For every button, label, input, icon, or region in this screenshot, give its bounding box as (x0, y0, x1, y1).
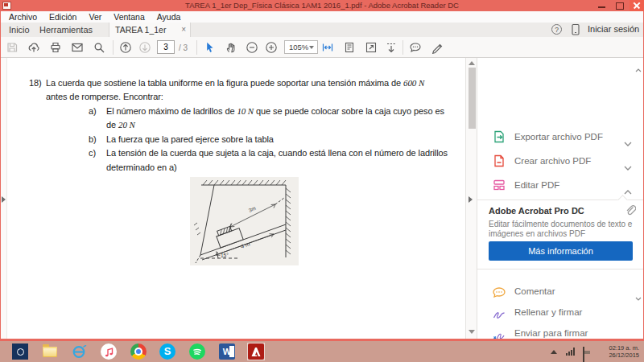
item-a-line-2: de 20 N (106, 120, 135, 130)
menu-ayuda[interactable]: Ayuda (157, 12, 181, 22)
scroll-up-icon[interactable] (469, 61, 475, 65)
zoom-out-icon[interactable] (246, 41, 258, 54)
upload-cloud-icon[interactable] (27, 41, 40, 54)
tab-bar: Inicio Herramientas TAREA 1_1er Dep_F...… (1, 23, 643, 37)
tab-close-icon[interactable]: × (181, 23, 186, 37)
sidebar-item-create-pdf[interactable]: Crear archivo PDF (477, 151, 644, 172)
sidebar-item-comment[interactable]: Comentar (477, 283, 644, 304)
zoom-level-dropdown[interactable]: 105% (284, 40, 318, 54)
page-up-icon[interactable] (119, 41, 132, 54)
taskbar: S W 02:19 a. m. 26/12/2015 (0, 341, 644, 362)
item-c-text: determinado en a) (106, 162, 177, 172)
sign-in-link[interactable]: Iniciar sesión (588, 24, 639, 34)
nav-pane-toggle[interactable] (2, 196, 6, 203)
network-icon[interactable] (566, 348, 575, 356)
search-icon[interactable] (93, 41, 105, 54)
tools-sidebar: Exportar archivo PDF Crear archivo PDF E… (477, 58, 643, 339)
save-icon[interactable] (6, 41, 19, 54)
taskbar-spotify[interactable] (188, 343, 206, 360)
restore-button[interactable] (612, 0, 628, 11)
angle-label: 15° (221, 253, 229, 258)
page-down-icon[interactable] (138, 41, 151, 54)
sidebar-scroll-down-icon[interactable] (635, 290, 642, 304)
taskbar-chrome[interactable] (130, 343, 147, 360)
print-icon[interactable] (49, 41, 62, 54)
document-scrollbar[interactable] (465, 58, 477, 339)
sidebar-item-fill-sign[interactable]: Rellenar y firmar (477, 304, 644, 325)
taskbar-skype[interactable]: S (159, 343, 176, 360)
figure-physics-diagram: 3m 4 m 15° (190, 177, 299, 265)
taskbar-internet-explorer[interactable] (70, 343, 88, 360)
sidebar-item-label: Editar PDF (514, 180, 559, 190)
tab-document[interactable]: TAREA 1_1er Dep_F... × (109, 23, 191, 37)
item-a-label: a) (89, 106, 106, 116)
taskbar-adobe-reader[interactable] (247, 343, 265, 360)
zoom-in-icon[interactable] (265, 41, 278, 54)
fit-width-icon[interactable] (321, 41, 334, 54)
chevron-up-icon[interactable] (624, 183, 632, 198)
problem-text: antes de romperse. Encontrar: (46, 92, 163, 101)
problem-text: La cuerda que sostiene la tabla uniforme… (46, 78, 403, 88)
problem-line-2: antes de romperse. Encontrar: (46, 92, 163, 101)
tray-show-hidden-icon[interactable] (551, 350, 557, 354)
chevron-down-icon (309, 46, 314, 49)
word-page (229, 346, 234, 357)
internet-explorer-icon (70, 343, 88, 360)
fullscreen-icon[interactable] (365, 41, 378, 54)
item-c-label: c) (89, 148, 106, 158)
item-c-line-1: c)La tensión de la cuerda que sujeta a l… (89, 148, 448, 158)
chrome-icon (130, 343, 147, 360)
menu-bar: Archivo Edición Ver Ventana Ayuda (1, 11, 643, 23)
start-button[interactable] (11, 343, 29, 360)
sidebar-item-export-pdf[interactable]: Exportar archivo PDF (477, 127, 644, 148)
tab-inicio[interactable]: Inicio (9, 23, 30, 37)
taskbar-itunes[interactable] (100, 343, 118, 360)
paperclip-icon (624, 204, 636, 219)
taskbar-word[interactable]: W (218, 343, 236, 360)
more-info-button[interactable]: Más información (489, 241, 633, 261)
menu-ventana[interactable]: Ventana (114, 12, 145, 22)
file-explorer-icon (43, 347, 57, 357)
item-c-line-2: determinado en a) (106, 162, 177, 172)
sidebar-item-edit-pdf[interactable]: Editar PDF (477, 175, 644, 196)
menu-archivo[interactable]: Archivo (9, 12, 37, 22)
zoom-level-value: 105% (289, 43, 308, 51)
menu-ver[interactable]: Ver (89, 12, 101, 22)
email-icon[interactable] (71, 41, 84, 54)
page-total-label: / 3 (179, 43, 188, 52)
tray-clock[interactable]: 02:19 a. m. 26/12/2015 (609, 344, 639, 359)
tab-herramientas[interactable]: Herramientas (39, 23, 93, 37)
sidebar-item-label: Exportar archivo PDF (514, 132, 603, 142)
hand-tool-icon[interactable] (225, 41, 237, 54)
scrollbar-thumb[interactable] (469, 68, 476, 129)
item-b-line: b)La fuerza que la pared ejerce sobre la… (89, 134, 274, 144)
action-center-icon[interactable] (583, 347, 584, 362)
toolbar-separator (402, 40, 403, 55)
page-number-input[interactable] (157, 40, 175, 54)
menu-edicion[interactable]: Edición (49, 12, 76, 22)
export-pdf-icon (492, 130, 506, 147)
minimize-button[interactable] (594, 0, 610, 11)
comment-icon (492, 286, 506, 303)
chevron-down-icon[interactable] (624, 135, 632, 150)
fill-sign-icon (492, 306, 506, 324)
promo-description: imágenes en archivos PDF (489, 229, 585, 238)
toolbar: / 3 105% (1, 37, 643, 58)
taskbar-file-explorer[interactable] (41, 343, 59, 360)
close-button[interactable] (630, 0, 644, 11)
sidebar-scroll-up-icon[interactable] (635, 61, 642, 76)
scroll-down-icon[interactable] (469, 330, 475, 334)
sidebar-item-label: Rellenar y firmar (514, 307, 582, 317)
select-tool-icon[interactable] (203, 41, 216, 54)
problem-line-1: 18)La cuerda que sostiene la tabla unifo… (29, 78, 424, 88)
tools-pane-toggle[interactable] (469, 196, 473, 203)
comment-bubble-icon[interactable] (409, 41, 422, 54)
adobe-reader-icon (248, 343, 264, 360)
item-a-text: que se puede colocar sobre la caja cuyo … (254, 106, 444, 116)
chevron-down-icon[interactable] (624, 159, 632, 174)
page-fit-icon[interactable] (343, 41, 356, 54)
reading-mode-icon[interactable] (385, 41, 398, 54)
help-icon[interactable]: ? (551, 24, 562, 35)
pencil-icon[interactable] (431, 41, 444, 54)
item-a-text: El número máximo de ladrillos de (106, 106, 237, 116)
